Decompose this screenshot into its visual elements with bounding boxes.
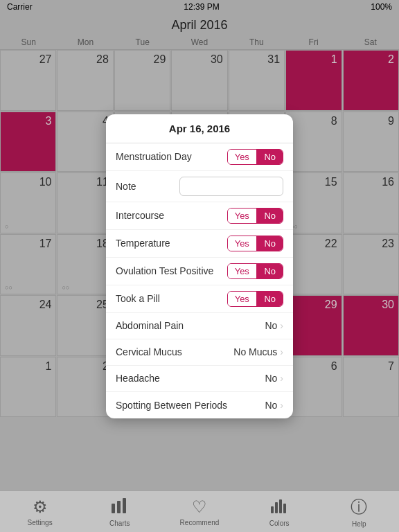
cervical-row[interactable]: Cervical Mucus No Mucus › (106, 339, 293, 366)
ovulation-toggle[interactable]: Yes No (227, 263, 283, 279)
pill-row: Took a Pill Yes No (106, 285, 293, 313)
temperature-row: Temperature Yes No (106, 230, 293, 258)
menstruation-row: Menstruation Day Yes No (106, 143, 293, 171)
abdominal-chevron: › (280, 320, 283, 331)
temperature-yes-btn[interactable]: Yes (228, 236, 256, 251)
headache-label: Headache (116, 373, 160, 384)
ovulation-yes-btn[interactable]: Yes (228, 264, 256, 278)
pill-yes-btn[interactable]: Yes (228, 292, 256, 306)
spotting-value: No › (265, 400, 283, 411)
abdominal-row[interactable]: Abdominal Pain No › (106, 313, 293, 339)
abdominal-value: No › (265, 320, 283, 331)
note-label: Note (116, 181, 136, 192)
headache-value: No › (265, 373, 283, 384)
intercourse-no-btn[interactable]: No (257, 209, 283, 223)
temperature-no-btn[interactable]: No (257, 236, 283, 251)
intercourse-yes-btn[interactable]: Yes (228, 209, 256, 223)
note-input[interactable] (179, 177, 283, 196)
ovulation-row: Ovulation Test Positive Yes No (106, 258, 293, 285)
menstruation-no-btn[interactable]: No (257, 150, 283, 164)
menstruation-label: Menstruation Day (116, 151, 192, 162)
pill-toggle[interactable]: Yes No (227, 291, 283, 307)
ovulation-label: Ovulation Test Positive (116, 265, 213, 276)
headache-chevron: › (280, 373, 283, 384)
cervical-chevron: › (280, 346, 283, 357)
spotting-chevron: › (280, 400, 283, 411)
intercourse-label: Intercourse (116, 210, 164, 221)
cervical-value: No Mucus › (233, 346, 283, 357)
abdominal-label: Abdominal Pain (116, 320, 184, 331)
temperature-toggle[interactable]: Yes No (227, 236, 283, 251)
popup-title: Apr 16, 2016 (106, 114, 293, 143)
pill-no-btn[interactable]: No (257, 292, 283, 306)
intercourse-row: Intercourse Yes No (106, 202, 293, 230)
pill-label: Took a Pill (116, 293, 160, 304)
temperature-label: Temperature (116, 238, 170, 249)
spotting-label: Spotting Between Periods (116, 400, 227, 411)
day-detail-popup: Apr 16, 2016 Menstruation Day Yes No Not… (106, 114, 293, 418)
ovulation-no-btn[interactable]: No (257, 264, 283, 278)
menstruation-yes-btn[interactable]: Yes (228, 150, 256, 164)
headache-row[interactable]: Headache No › (106, 366, 293, 392)
popup-overlay[interactable]: Apr 16, 2016 Menstruation Day Yes No Not… (0, 0, 399, 532)
menstruation-toggle[interactable]: Yes No (227, 149, 283, 165)
note-row: Note (106, 171, 293, 202)
spotting-row[interactable]: Spotting Between Periods No › (106, 392, 293, 418)
cervical-label: Cervical Mucus (116, 346, 182, 357)
intercourse-toggle[interactable]: Yes No (227, 208, 283, 224)
